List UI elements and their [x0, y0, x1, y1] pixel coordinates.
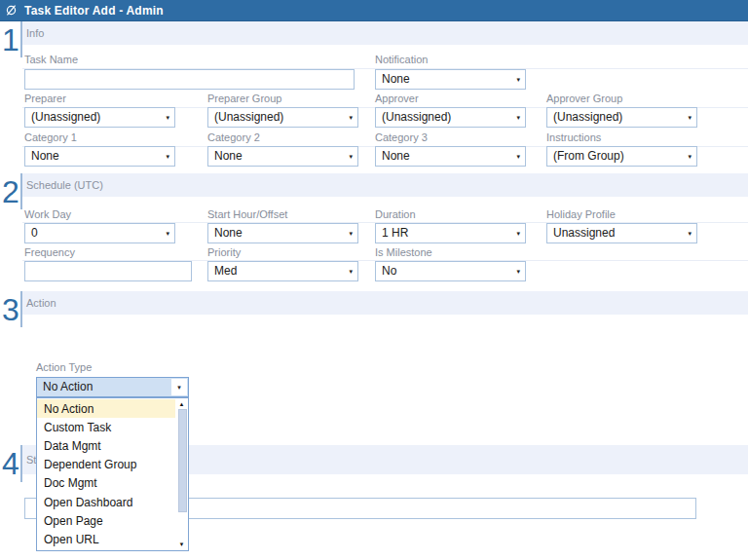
option-open-page[interactable]: Open Page	[37, 511, 175, 530]
option-no-action[interactable]: No Action	[37, 399, 175, 418]
start-hour-offset-select[interactable]: None ▾	[207, 223, 358, 243]
duration-select[interactable]: 1 HR ▾	[375, 223, 526, 243]
section-4-number: 4	[0, 447, 21, 480]
option-doc-mgmt[interactable]: Doc Mgmt	[37, 474, 175, 493]
option-open-url[interactable]: Open URL	[37, 530, 175, 548]
category3-select[interactable]: None ▾	[375, 146, 526, 167]
section-1-header: Info	[22, 21, 748, 45]
dropdown-scrollbar[interactable]: ▲ ▼	[175, 398, 188, 550]
chevron-down-icon: ▾	[688, 224, 692, 243]
option-data-mgmt[interactable]: Data Mgmt	[37, 436, 175, 455]
approver-group-select[interactable]: (Unassigned) ▾	[546, 107, 697, 128]
chevron-down-icon: ▾	[166, 224, 169, 243]
chevron-down-icon: ▾	[516, 224, 520, 243]
option-dependent-group[interactable]: Dependent Group	[37, 456, 175, 474]
instructions-label: Instructions	[546, 131, 601, 143]
preparer-group-select[interactable]: (Unassigned) ▾	[207, 107, 358, 128]
option-custom-task[interactable]: Custom Task	[37, 418, 175, 436]
holiday-profile-label: Holiday Profile	[546, 208, 616, 220]
approver-select[interactable]: (Unassigned) ▾	[375, 107, 526, 128]
approver-group-label: Approver Group	[546, 93, 622, 104]
priority-label: Priority	[207, 246, 241, 258]
app-logo-icon	[5, 4, 18, 17]
chevron-down-icon: ▾	[516, 108, 520, 127]
duration-label: Duration	[375, 208, 416, 220]
section-2-number: 2	[0, 175, 21, 208]
chevron-down-icon: ▾	[516, 262, 520, 280]
is-milestone-label: Is Milestone	[375, 246, 432, 258]
chevron-down-icon: ▾	[688, 108, 692, 127]
notification-select[interactable]: None ▾	[375, 69, 526, 90]
work-day-select[interactable]: 0 ▾	[24, 223, 175, 243]
category2-select[interactable]: None ▾	[207, 146, 358, 167]
category1-label: Category 1	[24, 131, 77, 143]
chevron-down-icon: ▾	[349, 147, 353, 166]
preparer-select[interactable]: (Unassigned) ▾	[24, 107, 175, 128]
window-title: Task Editor Add - Admin	[24, 4, 164, 18]
task-editor-window: Task Editor Add - Admin 1 Info Task Name…	[0, 0, 748, 560]
action-type-select[interactable]: No Action ▾	[36, 377, 189, 397]
task-name-label: Task Name	[24, 54, 78, 65]
section-3-header: Action	[22, 291, 748, 315]
titlebar: Task Editor Add - Admin	[0, 0, 748, 21]
chevron-down-icon: ▾	[171, 379, 187, 395]
chevron-down-icon: ▾	[166, 147, 169, 166]
instructions-select[interactable]: (From Group) ▾	[546, 146, 697, 167]
scroll-down-icon[interactable]: ▼	[175, 540, 188, 549]
category3-label: Category 3	[375, 131, 428, 143]
scrollbar-thumb[interactable]	[178, 409, 187, 512]
section-3-title: Action	[26, 297, 56, 309]
preparer-group-label: Preparer Group	[207, 93, 281, 104]
holiday-profile-select[interactable]: Unassigned ▾	[546, 223, 697, 243]
scroll-up-icon[interactable]: ▲	[175, 399, 188, 409]
category1-select[interactable]: None ▾	[24, 146, 175, 167]
chevron-down-icon: ▾	[349, 108, 353, 127]
action-type-dropdown-list: No Action Custom Task Data Mgmt Dependen…	[36, 397, 189, 551]
chevron-down-icon: ▾	[349, 224, 353, 243]
priority-select[interactable]: Med ▾	[207, 261, 358, 281]
chevron-down-icon: ▾	[349, 262, 353, 280]
approver-label: Approver	[375, 93, 419, 104]
frequency-label: Frequency	[24, 246, 75, 258]
section-1-number: 1	[0, 23, 21, 56]
action-type-label: Action Type	[36, 361, 92, 373]
task-name-input[interactable]	[24, 69, 355, 90]
preparer-label: Preparer	[24, 93, 66, 104]
section-1-title: Info	[26, 27, 44, 39]
work-day-label: Work Day	[24, 208, 71, 220]
category2-label: Category 2	[207, 131, 260, 143]
section-2-header: Schedule (UTC)	[22, 173, 748, 197]
is-milestone-select[interactable]: No ▾	[375, 261, 526, 281]
chevron-down-icon: ▾	[516, 70, 520, 89]
option-open-dashboard[interactable]: Open Dashboard	[37, 493, 175, 511]
notification-label: Notification	[375, 54, 428, 65]
dropdown-options: No Action Custom Task Data Mgmt Dependen…	[37, 399, 175, 549]
section-2-title: Schedule (UTC)	[26, 179, 103, 191]
start-hour-offset-label: Start Hour/Offset	[207, 208, 287, 220]
chevron-down-icon: ▾	[516, 147, 520, 166]
chevron-down-icon: ▾	[688, 147, 692, 166]
frequency-input[interactable]	[24, 261, 192, 281]
section-3-number: 3	[0, 293, 21, 326]
chevron-down-icon: ▾	[166, 108, 169, 127]
